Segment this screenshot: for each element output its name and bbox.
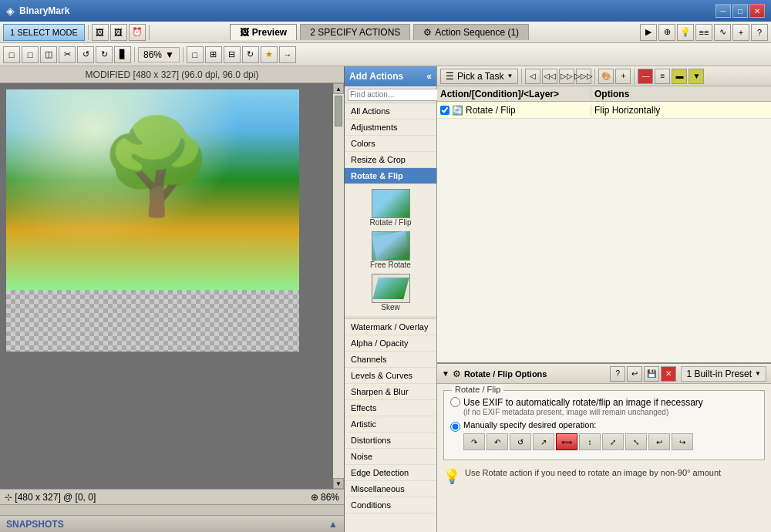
snapshots-label: SNAPSHOTS xyxy=(6,519,64,530)
seq-nav-back2[interactable]: ◁◁ xyxy=(542,69,557,84)
toolbar2-btn2[interactable]: □ xyxy=(22,46,39,63)
seq-add-btn[interactable]: + xyxy=(615,69,631,84)
toolbar-icon-btn3[interactable]: ⏰ xyxy=(129,24,146,41)
action-item-edge-detection[interactable]: Edge Detection xyxy=(345,465,436,481)
action-item-noise[interactable]: Noise xyxy=(345,449,436,465)
find-action-input[interactable] xyxy=(348,89,450,101)
scroll-down-btn[interactable]: ▼ xyxy=(333,478,344,489)
tab-specify-label: 2 SPECIFY ACTIONS xyxy=(310,27,400,38)
manual-radio[interactable] xyxy=(450,422,460,432)
action-item-colors[interactable]: Colors xyxy=(345,136,436,152)
action-item-levels[interactable]: Levels & Curves xyxy=(345,368,436,384)
toolbar2-frame-btn[interactable]: □ xyxy=(187,46,204,63)
separator4 xyxy=(183,47,183,62)
toolbar2-frame-btn2[interactable]: ⊞ xyxy=(205,46,222,63)
seq-nav-fwd1[interactable]: ▷▷ xyxy=(559,69,574,84)
toolbar-right-btn4[interactable]: ≡≡ xyxy=(695,24,712,41)
minimize-button[interactable]: ─ xyxy=(715,4,731,18)
snapshots-bar[interactable]: SNAPSHOTS ▲ xyxy=(0,515,344,532)
seq-dropdown-btn[interactable]: ▼ xyxy=(689,69,704,84)
toolbar-right-btn2[interactable]: ⊕ xyxy=(658,24,675,41)
seq-nav-fwd2[interactable]: ▷▷▷ xyxy=(576,69,591,84)
toolbar2-histogram-btn[interactable]: ▊ xyxy=(114,46,131,63)
app-icon: ◈ xyxy=(6,5,15,17)
toolbar-right-btn3[interactable]: 💡 xyxy=(677,24,694,41)
preset-dropdown-icon: ▼ xyxy=(755,370,761,377)
seq-sep3 xyxy=(634,69,635,84)
options-save-btn[interactable]: 💾 xyxy=(644,366,659,382)
image-panel: MODIFIED [480 x 327] (96.0 dpi, 96.0 dpi… xyxy=(0,66,345,532)
image-vertical-scrollbar[interactable]: ▲ ▼ xyxy=(333,83,344,489)
action-item-sharpen[interactable]: Sharpen & Blur xyxy=(345,384,436,400)
action-item-alpha[interactable]: Alpha / Opacity xyxy=(345,335,436,352)
maximize-button[interactable]: □ xyxy=(732,4,748,18)
toolbar-icon-btn2[interactable]: 🖼 xyxy=(110,24,127,41)
tasks-icon: ☰ xyxy=(446,71,454,82)
tab-preview[interactable]: 🖼 Preview xyxy=(230,24,297,40)
options-help-btn[interactable]: ? xyxy=(610,366,625,382)
op-rotate-cw[interactable]: ↷ xyxy=(463,433,485,450)
skew-action[interactable]: Skew xyxy=(348,274,433,311)
toolbar2-refresh-btn[interactable]: ↻ xyxy=(242,46,259,63)
toolbar2-btn3[interactable]: ◫ xyxy=(40,46,57,63)
action-item-distortions[interactable]: Distortions xyxy=(345,433,436,449)
op-flip-h[interactable]: ⟺ xyxy=(556,433,577,450)
action-item-conditions[interactable]: Conditions xyxy=(345,497,436,513)
scroll-thumb[interactable] xyxy=(335,96,342,126)
toolbar-icon-btn1[interactable]: 🖼 xyxy=(92,24,109,41)
op-rotate-ccw[interactable]: ↶ xyxy=(487,433,508,450)
seq-color-btn[interactable]: 🎨 xyxy=(598,69,614,84)
op-rotate-180[interactable]: ↺ xyxy=(510,433,531,450)
col2-header-text: Options xyxy=(594,89,629,99)
toolbar2-btn5[interactable]: ↺ xyxy=(77,46,94,63)
op-flip-v[interactable]: ↕ xyxy=(579,433,601,450)
toolbar2-star-btn[interactable]: ★ xyxy=(261,46,278,63)
preview-icon: 🖼 xyxy=(240,27,249,38)
col1-header-text: Action/[Condition]/<Layer> xyxy=(440,89,559,99)
toolbar-add-btn[interactable]: + xyxy=(732,24,749,41)
action-item-adjustments[interactable]: Adjustments xyxy=(345,120,436,136)
image-horizontal-scrollbar[interactable] xyxy=(0,504,344,515)
close-button[interactable]: ✕ xyxy=(749,4,765,18)
free-rotate-action[interactable]: Free Rotate xyxy=(348,231,433,269)
op-rotate-custom[interactable]: ↗ xyxy=(533,433,554,450)
toolbar2-btn1[interactable]: □ xyxy=(3,46,20,63)
toolbar-right-btn5[interactable]: ∿ xyxy=(714,24,731,41)
op-flip-diag2[interactable]: ⤡ xyxy=(625,433,647,450)
table-row[interactable]: 🔄 Rotate / Flip Flip Horizontally xyxy=(437,102,771,119)
select-mode-button[interactable]: 1 SELECT MODE xyxy=(3,24,85,41)
scroll-up-btn[interactable]: ▲ xyxy=(333,83,344,94)
op-transpose[interactable]: ↩ xyxy=(648,433,670,450)
action-item-effects[interactable]: Effects xyxy=(345,400,436,416)
scroll-track[interactable] xyxy=(333,94,344,478)
rotate-flip-action[interactable]: Rotate / Flip xyxy=(348,189,433,227)
op-transverse[interactable]: ↪ xyxy=(672,433,693,450)
toolbar-right-btn1[interactable]: ▶ xyxy=(640,24,657,41)
action-item-all-actions[interactable]: All Actions xyxy=(345,103,436,120)
action-item-channels[interactable]: Channels xyxy=(345,352,436,368)
action-item-watermark[interactable]: Watermark / Overlay xyxy=(345,319,436,335)
tab-specify-actions[interactable]: 2 SPECIFY ACTIONS xyxy=(300,24,410,40)
action-item-resize-crop[interactable]: Resize & Crop xyxy=(345,152,436,168)
tab-action-sequence[interactable]: ⚙ Action Sequence (1) xyxy=(413,24,529,40)
action-item-artistic[interactable]: Artistic xyxy=(345,416,436,433)
action-item-rotate-flip[interactable]: Rotate & Flip xyxy=(345,168,436,184)
seq-lines-btn[interactable]: ≡ xyxy=(655,69,670,84)
row-checkbox[interactable] xyxy=(440,106,449,115)
exif-radio[interactable] xyxy=(450,397,460,407)
image-content xyxy=(6,89,299,352)
seq-nav-back1[interactable]: ◁ xyxy=(525,69,540,84)
op-flip-diag1[interactable]: ⤢ xyxy=(602,433,624,450)
options-undo-btn[interactable]: ↩ xyxy=(627,366,642,382)
toolbar2-btn4[interactable]: ✂ xyxy=(59,46,76,63)
seq-yellow-btn[interactable]: ▬ xyxy=(672,69,687,84)
action-item-miscellaneous[interactable]: Miscellaneous xyxy=(345,481,436,497)
toolbar2-frame-btn3[interactable]: ⊟ xyxy=(224,46,241,63)
toolbar2-btn6[interactable]: ↻ xyxy=(96,46,113,63)
image-canvas-area[interactable] xyxy=(0,83,333,489)
toolbar2-arrow-btn[interactable]: → xyxy=(279,46,296,63)
pick-task-button[interactable]: ☰ Pick a Task ▼ xyxy=(440,69,518,84)
seq-red-btn[interactable]: — xyxy=(638,69,653,84)
options-close-btn[interactable]: ✕ xyxy=(661,366,676,382)
toolbar-help-btn[interactable]: ? xyxy=(751,24,768,41)
